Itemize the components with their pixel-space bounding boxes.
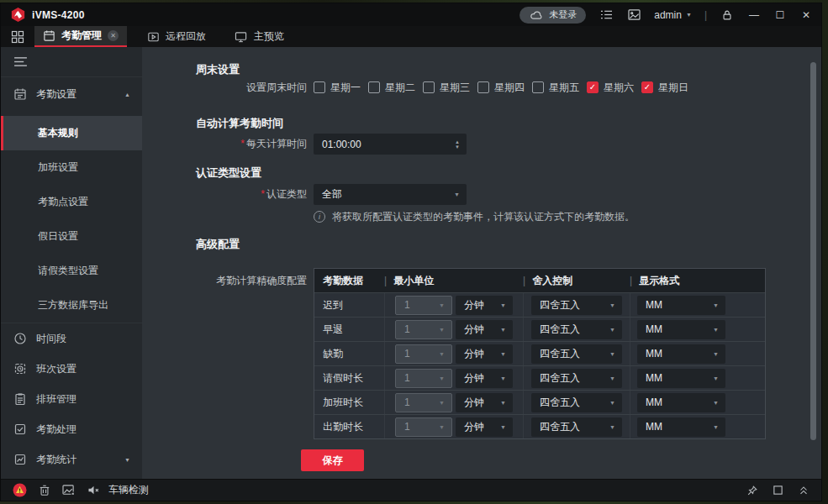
calendar-icon [43, 29, 55, 42]
modules-grid-icon[interactable] [1, 26, 34, 47]
unit-value-select[interactable]: 1▼ [395, 344, 452, 364]
weekday-checkbox[interactable]: ✓星期日 [641, 81, 696, 95]
checkbox-icon[interactable] [477, 81, 489, 93]
sidebar-subitem[interactable]: 三方数据库导出 [1, 288, 142, 323]
sidebar-item-clipboard[interactable]: 排班管理 [1, 384, 142, 414]
rounding-select[interactable]: 四舍五入▼ [531, 320, 622, 339]
checkbox-icon[interactable] [532, 81, 544, 93]
chevron-down-icon: ▼ [713, 424, 719, 430]
unit-select[interactable]: 分钟▼ [456, 296, 513, 315]
unit-value-select[interactable]: 1▼ [395, 369, 452, 388]
task-list-icon[interactable] [599, 8, 614, 23]
checkbox-icon[interactable] [368, 81, 380, 93]
weekday-checkbox[interactable]: 星期四 [477, 81, 532, 95]
checkbox-icon[interactable]: ✓ [641, 81, 653, 93]
sidebar-item-clock[interactable]: 时间段 [1, 323, 142, 354]
rounding-select[interactable]: 四舍五入▼ [531, 296, 622, 315]
login-status-label: 未登录 [549, 8, 577, 21]
chevron-down-icon: ▼ [439, 351, 445, 357]
unit-value-select[interactable]: 1▼ [395, 296, 452, 315]
user-menu[interactable]: admin ▼ [654, 9, 692, 21]
sidebar-subitem[interactable]: 基本规则 [1, 116, 142, 150]
chevron-down-icon: ▼ [609, 400, 615, 406]
save-button[interactable]: 保存 [301, 449, 364, 471]
checkbox-icon[interactable] [314, 81, 325, 93]
trash-icon[interactable] [39, 484, 50, 496]
select-value: 1 [404, 299, 410, 311]
alarm-icon[interactable] [13, 483, 27, 497]
unit-value-select[interactable]: 1▼ [395, 417, 452, 437]
weekday-label: 星期一 [330, 81, 361, 95]
sidebar-item-check-square[interactable]: 考勤处理 [1, 414, 142, 444]
rounding-select[interactable]: 四舍五入▼ [531, 344, 622, 364]
collapse-up-icon[interactable] [798, 485, 810, 496]
auth-type-select[interactable]: 全部 ▼ [314, 184, 467, 205]
pin-icon[interactable] [746, 485, 758, 496]
sidebar-subitem[interactable]: 假日设置 [1, 219, 142, 254]
lock-icon[interactable] [720, 8, 735, 23]
tab-close-icon[interactable]: ✕ [108, 30, 119, 41]
sidebar-subitem[interactable]: 考勤点设置 [1, 185, 142, 219]
rounding-cell: 四舍五入▼ [523, 366, 630, 390]
chevron-down-icon: ▼ [713, 351, 719, 357]
weekday-checkbox[interactable]: 星期二 [368, 81, 423, 95]
checkbox-icon[interactable]: ✓ [587, 81, 599, 93]
rounding-select[interactable]: 四舍五入▼ [531, 417, 622, 437]
sidebar-group-attendance-settings[interactable]: 考勤设置 ▲ [1, 77, 142, 111]
weekday-checkbox[interactable]: 星期一 [314, 81, 368, 95]
unit-select[interactable]: 分钟▼ [456, 369, 513, 388]
weekend-days: 星期一星期二星期三星期四星期五✓星期六✓星期日 [314, 81, 696, 95]
collapse-menu-icon[interactable] [1, 47, 142, 77]
auth-type-note: 将获取所配置认证类型的考勤事件，计算该认证方式下的考勤数据。 [332, 210, 635, 224]
sidebar-subitem[interactable]: 请假类型设置 [1, 254, 142, 288]
rounding-select[interactable]: 四舍五入▼ [531, 369, 622, 388]
divider: | [704, 9, 707, 21]
unit-select[interactable]: 分钟▼ [456, 417, 513, 437]
rounding-select[interactable]: 四舍五入▼ [531, 393, 622, 412]
weekday-checkbox[interactable]: 星期三 [423, 81, 477, 95]
min-unit-cell: 1▼分钟▼ [384, 391, 523, 414]
image-alert-icon[interactable] [62, 485, 76, 496]
sidebar-subitem[interactable]: 加班设置 [1, 150, 142, 185]
maximize-button[interactable]: ☐ [773, 8, 787, 22]
checkbox-icon[interactable] [423, 81, 435, 93]
format-select[interactable]: MM▼ [637, 369, 725, 388]
sidebar-item-shift[interactable]: 班次设置 [1, 354, 142, 384]
unit-value-select[interactable]: 1▼ [395, 393, 452, 412]
unit-select[interactable]: 分钟▼ [456, 344, 513, 364]
content-panel: 周末设置 设置周末时间 星期一星期二星期三星期四星期五✓星期六✓星期日 自动计算… [142, 47, 821, 479]
format-select[interactable]: MM▼ [637, 296, 725, 315]
tab-remote-playback[interactable]: 远程回放 [139, 26, 214, 47]
unit-select[interactable]: 分钟▼ [456, 320, 513, 339]
daily-calc-time-input[interactable]: 01:00:00 ▲▼ [314, 134, 467, 155]
tab-attendance-management[interactable]: 考勤管理 ✕ [34, 26, 127, 47]
mute-speaker-icon[interactable] [87, 485, 100, 496]
format-select[interactable]: MM▼ [637, 344, 725, 364]
minimize-button[interactable]: — [747, 8, 761, 22]
sidebar-item-chart[interactable]: 考勤统计▼ [1, 444, 142, 475]
monitor-icon [235, 31, 248, 43]
window-mode-icon[interactable] [773, 485, 783, 496]
format-select[interactable]: MM▼ [637, 393, 725, 412]
image-viewer-icon[interactable] [626, 8, 641, 23]
vertical-scrollbar[interactable] [810, 62, 816, 440]
select-value: 1 [404, 323, 410, 335]
chevron-down-icon: ▼ [454, 192, 460, 197]
table-row: 缺勤1▼分钟▼四舍五入▼MM▼ [314, 341, 765, 365]
format-cell: MM▼ [630, 318, 765, 341]
chevron-down-icon: ▼ [500, 351, 506, 357]
chevron-down-icon: ▼ [124, 457, 130, 463]
weekday-checkbox[interactable]: 星期五 [532, 81, 587, 95]
format-select[interactable]: MM▼ [637, 320, 725, 339]
weekday-checkbox[interactable]: ✓星期六 [587, 81, 641, 95]
login-status-pill[interactable]: 未登录 [519, 7, 586, 24]
tab-main-view[interactable]: 主预览 [226, 26, 293, 47]
unit-select[interactable]: 分钟▼ [456, 393, 513, 412]
chevron-down-icon: ▼ [500, 327, 506, 333]
spinner-arrows-icon[interactable]: ▲▼ [455, 139, 460, 150]
rounding-cell: 四舍五入▼ [523, 293, 630, 317]
unit-value-select[interactable]: 1▼ [395, 320, 452, 339]
select-value: 分钟 [464, 298, 484, 312]
close-button[interactable]: ✕ [799, 8, 813, 22]
format-select[interactable]: MM▼ [637, 417, 725, 437]
